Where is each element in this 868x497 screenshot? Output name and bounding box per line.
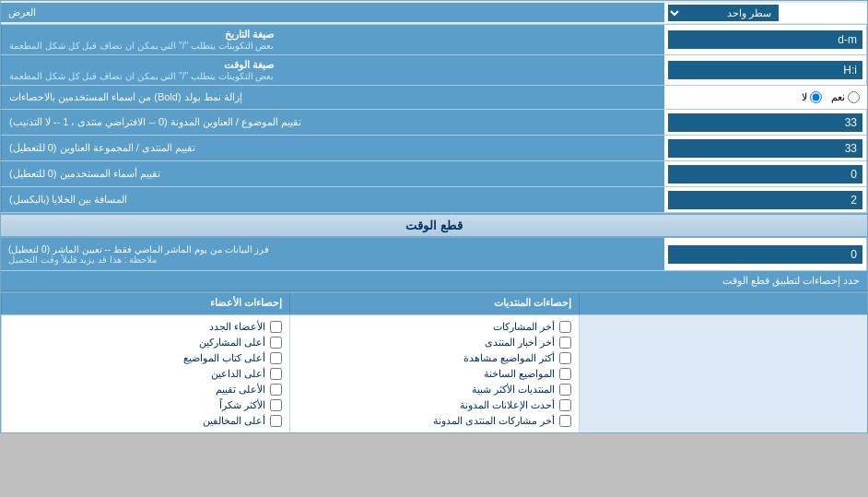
checkbox-top-violators[interactable]: [270, 415, 282, 427]
stats-item: الأكثر شكراً: [9, 397, 282, 413]
users-names-input-cell: [664, 161, 867, 186]
display-row: سطر واحد سطرين ثلاثة أسطر العرض: [1, 1, 867, 25]
cutoff-header: قطع الوقت: [1, 213, 867, 238]
checkbox-latest-announcements[interactable]: [559, 399, 571, 411]
stats-item: أعلى كتاب المواضيع: [9, 350, 282, 366]
users-names-row: تقييم أسماء المستخدمين (0 للتعطيل): [1, 161, 867, 187]
bold-label: إزالة نمط بولد (Bold) من اسماء المستخدمي…: [1, 86, 664, 109]
stats-body: أخر المشاركات أخر أخبار المنتدى أكثر الم…: [1, 315, 867, 432]
date-format-input[interactable]: [668, 30, 862, 49]
date-format-input-cell: [664, 25, 867, 54]
stats-item: أكثر المواضيع مشاهدة: [298, 350, 570, 366]
checkbox-top-posters[interactable]: [270, 337, 282, 349]
cell-gap-label: المسافة بين الخلايا (بالبكسل): [1, 187, 664, 212]
stats-item: المنتديات الأكثر شبية: [298, 382, 570, 397]
display-label: العرض: [1, 3, 664, 22]
time-format-input-cell: [664, 55, 867, 85]
main-container: سطر واحد سطرين ثلاثة أسطر العرض صيغة الت…: [0, 0, 868, 433]
bold-radio-row: لا نعم إزالة نمط بولد (Bold) من اسماء ال…: [1, 86, 867, 110]
time-format-row: صيغة الوقت بعض التكوينات يتطلب "/" التي …: [1, 55, 867, 86]
checkbox-most-viewed[interactable]: [559, 352, 571, 364]
checkbox-top-inviters[interactable]: [270, 368, 282, 380]
forum-order-input-cell: [664, 136, 867, 160]
users-names-input[interactable]: [668, 165, 862, 183]
users-names-label: تقييم أسماء المستخدمين (0 للتعطيل): [1, 161, 664, 186]
display-select-cell: سطر واحد سطرين ثلاثة أسطر: [664, 3, 867, 23]
time-format-input[interactable]: [668, 61, 862, 79]
cutoff-input-cell: [664, 238, 867, 270]
bold-radio-no-label[interactable]: لا: [802, 91, 822, 103]
time-format-label: صيغة الوقت بعض التكوينات يتطلب "/" التي …: [1, 55, 664, 85]
stats-col-members: الأعضاء الجدد أعلى المشاركين أعلى كتاب ا…: [1, 315, 289, 432]
stats-item: أحدث الإعلانات المدونة: [298, 397, 570, 413]
bold-radio-no[interactable]: [810, 91, 822, 103]
stats-header-forums: إحصاءات المنتديات: [289, 293, 578, 314]
checkbox-highest-rated[interactable]: [270, 384, 282, 396]
checkbox-most-thanked[interactable]: [270, 399, 282, 411]
topics-order-label: تقييم الموضوع / العناوين المدونة (0 -- ا…: [1, 110, 664, 135]
forum-order-input[interactable]: [668, 139, 862, 158]
stats-item: أعلى الداعين: [9, 366, 282, 382]
stats-header-empty: [579, 293, 867, 314]
bold-radio-yes-label[interactable]: نعم: [831, 91, 860, 103]
bold-radio-yes[interactable]: [848, 91, 860, 103]
topics-order-input-cell: [664, 110, 867, 135]
cutoff-row: فرز البيانات من يوم الماشر الماضي فقط --…: [1, 238, 867, 271]
stats-col-empty: [579, 315, 867, 432]
stats-item: أخر مشاركات المنتدى المدونة: [298, 413, 570, 429]
date-format-label: صيغة التاريخ بعض التكوينات يتطلب "/" الت…: [1, 25, 664, 54]
checkbox-forum-posts[interactable]: [559, 415, 571, 427]
checkbox-new-members[interactable]: [270, 321, 282, 333]
stats-apply-label: حدد إحصاءات لتطبيق قطع الوقت: [1, 271, 867, 291]
cell-gap-input-cell: [664, 187, 867, 212]
stats-item: المواضيع الساخنة: [298, 366, 570, 382]
stats-section: إحصاءات المنتديات إحصاءات الأعضاء أخر ال…: [1, 291, 867, 432]
cutoff-label: فرز البيانات من يوم الماشر الماضي فقط --…: [1, 238, 664, 270]
stats-item: أعلى المشاركين: [9, 335, 282, 350]
checkbox-hot-topics[interactable]: [559, 368, 571, 380]
stats-col-forums: أخر المشاركات أخر أخبار المنتدى أكثر الم…: [289, 315, 578, 432]
display-select[interactable]: سطر واحد سطرين ثلاثة أسطر: [668, 5, 779, 21]
stats-item: الأعضاء الجدد: [9, 319, 282, 335]
stats-header-row: إحصاءات المنتديات إحصاءات الأعضاء: [1, 293, 867, 315]
checkbox-top-topic-writers[interactable]: [270, 352, 282, 364]
forum-order-label: تقييم المنتدى / المجموعة العناوين (0 للت…: [1, 136, 664, 160]
cutoff-input[interactable]: [668, 245, 862, 264]
checkbox-forum-news[interactable]: [559, 337, 571, 349]
date-format-row: صيغة التاريخ بعض التكوينات يتطلب "/" الت…: [1, 25, 867, 55]
cell-gap-input[interactable]: [668, 191, 862, 209]
stats-header-members: إحصاءات الأعضاء: [1, 293, 289, 314]
stats-item: أخر أخبار المنتدى: [298, 335, 570, 350]
checkbox-last-posts[interactable]: [559, 321, 571, 333]
topics-order-row: تقييم الموضوع / العناوين المدونة (0 -- ا…: [1, 110, 867, 136]
cell-gap-row: المسافة بين الخلايا (بالبكسل): [1, 187, 867, 213]
topics-order-input[interactable]: [668, 113, 862, 132]
bold-radio-cell: لا نعم: [664, 86, 867, 109]
checkbox-most-similar[interactable]: [559, 384, 571, 396]
stats-item: أعلى المخالفين: [9, 413, 282, 429]
stats-item: الأعلى تقييم: [9, 382, 282, 397]
stats-item: أخر المشاركات: [298, 319, 570, 335]
forum-order-row: تقييم المنتدى / المجموعة العناوين (0 للت…: [1, 136, 867, 161]
